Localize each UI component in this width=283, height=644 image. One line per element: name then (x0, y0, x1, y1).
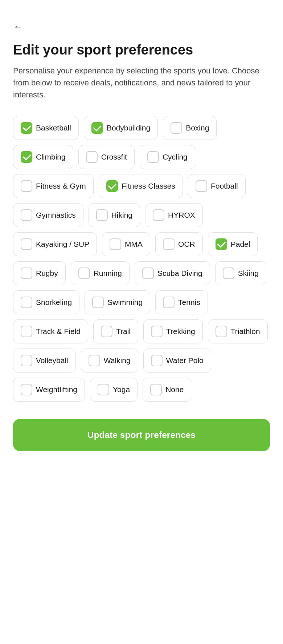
sport-chip-mma[interactable]: MMA (102, 232, 150, 256)
sport-label-fitness-gym: Fitness & Gym (36, 182, 86, 190)
sport-label-ocr: OCR (178, 240, 195, 249)
sport-label-bodybuilding: Bodybuilding (107, 124, 150, 132)
sport-chip-track-field[interactable]: Track & Field (13, 319, 88, 343)
sport-chip-basketball[interactable]: Basketball (13, 116, 79, 140)
checkbox-none (150, 384, 162, 395)
sport-chip-yoga[interactable]: Yoga (90, 378, 138, 402)
sport-label-basketball: Basketball (36, 124, 71, 132)
checkbox-trekking (151, 326, 163, 337)
sport-label-none: None (165, 385, 184, 394)
checkbox-trail (101, 326, 112, 337)
sport-chip-none[interactable]: None (143, 378, 191, 402)
checkbox-snorkeling (21, 297, 32, 308)
checkbox-hiking (96, 209, 108, 221)
sport-chip-padel[interactable]: Padel (208, 232, 258, 256)
sport-chip-fitness-gym[interactable]: Fitness & Gym (13, 174, 94, 198)
checkbox-boxing (171, 122, 182, 134)
sport-label-scuba-diving: Scuba Diving (157, 269, 202, 278)
sport-chip-football[interactable]: Football (188, 174, 246, 198)
checkbox-rugby (21, 267, 32, 279)
checkbox-triathlon (216, 326, 227, 337)
checkbox-cycling (147, 151, 159, 163)
checkbox-kayaking (21, 238, 32, 250)
sport-label-padel: Padel (231, 240, 250, 249)
sport-chip-running[interactable]: Running (71, 261, 130, 285)
checkbox-track-field (21, 326, 32, 337)
sport-label-trekking: Trekking (166, 327, 195, 336)
sport-label-hiking: Hiking (111, 211, 132, 220)
sport-label-skiing: Skiing (238, 269, 259, 278)
sport-chip-hyrox[interactable]: HYROX (145, 203, 203, 227)
checkbox-skiing (223, 267, 234, 279)
sport-chip-scuba-diving[interactable]: Scuba Diving (135, 261, 210, 285)
sport-label-weightlifting: Weightlifting (36, 385, 77, 394)
checkbox-volleyball (21, 355, 32, 366)
sport-chip-trekking[interactable]: Trekking (143, 319, 203, 343)
checkbox-bodybuilding (91, 122, 103, 134)
checkbox-crossfit (86, 151, 98, 163)
sport-label-cycling: Cycling (163, 153, 188, 161)
checkbox-walking (89, 355, 100, 366)
page-description: Personalise your experience by selecting… (13, 65, 270, 101)
sport-label-yoga: Yoga (113, 385, 130, 394)
sport-chip-water-polo[interactable]: Water Polo (143, 349, 211, 373)
sport-label-hyrox: HYROX (168, 211, 195, 220)
checkbox-football (196, 180, 207, 192)
checkbox-fitness-classes (106, 180, 118, 192)
checkbox-gymnastics (21, 209, 32, 221)
sport-chip-skiing[interactable]: Skiing (215, 261, 266, 285)
checkbox-scuba-diving (142, 267, 154, 279)
sport-label-triathlon: Triathlon (231, 327, 260, 336)
checkbox-swimming (92, 297, 104, 308)
sport-chip-tennis[interactable]: Tennis (155, 290, 208, 314)
sport-label-climbing: Climbing (36, 153, 66, 161)
sport-chip-trail[interactable]: Trail (93, 319, 138, 343)
checkbox-basketball (21, 122, 32, 134)
sport-chip-bodybuilding[interactable]: Bodybuilding (84, 116, 158, 140)
checkbox-tennis (163, 297, 175, 308)
sport-chip-weightlifting[interactable]: Weightlifting (13, 378, 85, 402)
sport-label-rugby: Rugby (36, 269, 58, 278)
sport-chip-fitness-classes[interactable]: Fitness Classes (99, 174, 183, 198)
checkbox-running (78, 267, 90, 279)
page-container: ← Edit your sport preferences Personalis… (0, 0, 283, 644)
sport-label-mma: MMA (125, 240, 143, 249)
sport-label-track-field: Track & Field (36, 327, 81, 336)
checkbox-yoga (98, 384, 109, 395)
sport-chip-triathlon[interactable]: Triathlon (208, 319, 268, 343)
checkbox-water-polo (151, 355, 163, 366)
sport-chip-cycling[interactable]: Cycling (140, 145, 195, 169)
back-button[interactable]: ← (13, 22, 23, 32)
checkbox-weightlifting (21, 384, 32, 395)
sport-label-fitness-classes: Fitness Classes (122, 182, 175, 190)
back-arrow-icon: ← (13, 22, 23, 32)
sport-label-gymnastics: Gymnastics (36, 211, 76, 220)
sport-label-football: Football (211, 182, 238, 190)
sport-chip-hiking[interactable]: Hiking (89, 203, 140, 227)
sport-label-water-polo: Water Polo (166, 356, 204, 365)
sport-chip-climbing[interactable]: Climbing (13, 145, 73, 169)
sport-label-tennis: Tennis (178, 298, 200, 307)
sport-label-trail: Trail (116, 327, 131, 336)
checkbox-fitness-gym (21, 180, 32, 192)
sport-label-running: Running (94, 269, 122, 278)
sport-chip-swimming[interactable]: Swimming (85, 290, 150, 314)
sport-chip-volleyball[interactable]: Volleyball (13, 349, 76, 373)
sport-chip-boxing[interactable]: Boxing (163, 116, 217, 140)
sport-chip-ocr[interactable]: OCR (155, 232, 203, 256)
sport-chip-rugby[interactable]: Rugby (13, 261, 66, 285)
sport-label-kayaking: Kayaking / SUP (36, 240, 89, 249)
sport-label-walking: Walking (104, 356, 131, 365)
sport-chip-walking[interactable]: Walking (81, 349, 138, 373)
checkbox-mma (110, 238, 121, 250)
sport-chip-snorkeling[interactable]: Snorkeling (13, 290, 79, 314)
sport-label-swimming: Swimming (107, 298, 143, 307)
sport-chip-crossfit[interactable]: Crossfit (78, 145, 135, 169)
checkbox-hyrox (153, 209, 164, 221)
sports-grid: BasketballBodybuildingBoxingClimbingCros… (13, 116, 270, 402)
sport-label-crossfit: Crossfit (101, 153, 127, 161)
update-preferences-button[interactable]: Update sport preferences (13, 419, 270, 451)
checkbox-climbing (21, 151, 32, 163)
sport-chip-kayaking[interactable]: Kayaking / SUP (13, 232, 97, 256)
sport-chip-gymnastics[interactable]: Gymnastics (13, 203, 83, 227)
